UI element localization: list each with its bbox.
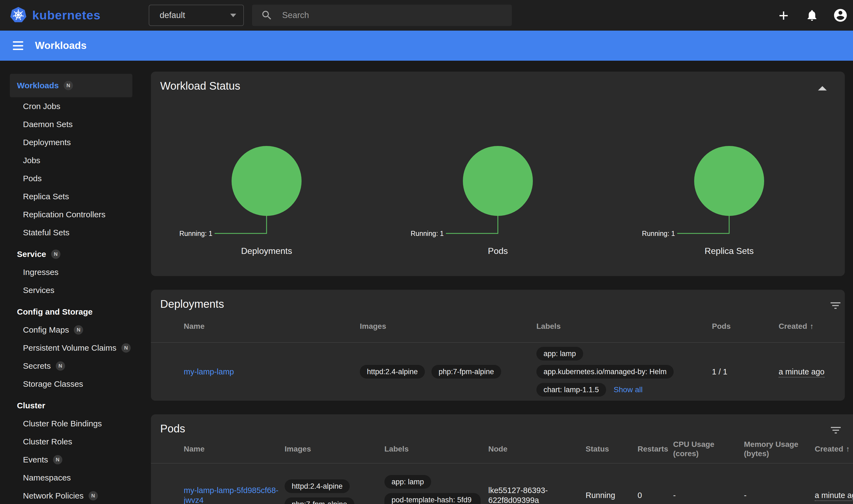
collapse-card-button[interactable] xyxy=(816,84,829,92)
filter-button[interactable] xyxy=(829,299,842,312)
workload-status-title: Workload Status xyxy=(151,72,845,92)
column-header-name[interactable]: Name xyxy=(184,322,360,331)
plus-icon: + xyxy=(779,7,788,24)
label-chip: app.kubernetes.io/managed-by: Helm xyxy=(536,365,674,379)
new-badge: N xyxy=(51,250,60,259)
column-header-memory-usage[interactable]: Memory Usage (bytes) xyxy=(744,440,815,458)
pod-status: Running xyxy=(586,491,638,500)
new-badge: N xyxy=(56,361,65,371)
brand-wordmark: kubernetes xyxy=(32,8,101,22)
new-badge: N xyxy=(64,81,73,90)
column-header-labels[interactable]: Labels xyxy=(385,445,488,454)
sidebar-item-persistent-volume-claims[interactable]: Persistent Volume Claims N xyxy=(0,339,142,357)
image-chip: php:7-fpm-alpine xyxy=(285,498,354,504)
app-bar: Workloads xyxy=(0,31,853,61)
sidebar-item-daemon-sets[interactable]: Daemon Sets xyxy=(0,115,142,133)
deployments-title: Deployments xyxy=(151,290,845,310)
sidebar-item-replica-sets[interactable]: Replica Sets xyxy=(0,187,142,205)
pods-pie-chart: Running: 1 Pods xyxy=(382,143,614,256)
image-chip: httpd:2.4-alpine xyxy=(285,480,350,493)
show-all-link[interactable]: Show all xyxy=(614,385,643,394)
pod-memory-usage: - xyxy=(744,491,815,500)
sidebar-item-cron-jobs[interactable]: Cron Jobs xyxy=(0,97,142,115)
sidebar-item-storage-classes[interactable]: Storage Classes xyxy=(0,375,142,393)
create-resource-button[interactable]: + xyxy=(775,6,792,24)
label-chip: pod-template-hash: 5fd985cf68 xyxy=(385,493,481,504)
column-header-restarts[interactable]: Restarts xyxy=(638,445,673,454)
new-badge: N xyxy=(121,343,131,353)
filter-button[interactable] xyxy=(829,424,842,437)
workload-status-card: Workload Status Running: 1 Deployments xyxy=(151,72,845,276)
table-row: my-lamp-lamp-5fd985cf68-jwvz4 httpd:2.4-… xyxy=(151,464,853,504)
bell-icon xyxy=(805,9,819,22)
chart-name: Deployments xyxy=(241,246,292,256)
sidebar-section-config-and-storage[interactable]: Config and Storage xyxy=(0,303,142,321)
replica-sets-pie-chart: Running: 1 Replica Sets xyxy=(614,143,845,256)
created-timestamp[interactable]: a minute ago xyxy=(779,367,824,377)
kubernetes-logo-icon xyxy=(9,6,27,24)
pie-callout-label: Running: 1 xyxy=(179,230,212,237)
filter-icon xyxy=(829,424,842,437)
sidebar-section-cluster[interactable]: Cluster xyxy=(0,397,142,415)
pods-count: 1 / 1 xyxy=(712,367,779,376)
main-content: Workload Status Running: 1 Deployments xyxy=(151,61,853,504)
column-header-images[interactable]: Images xyxy=(285,445,385,454)
column-header-labels[interactable]: Labels xyxy=(536,322,712,331)
avatar-icon xyxy=(833,8,848,23)
column-header-images[interactable]: Images xyxy=(360,322,536,331)
node-name: lke55127-86393-622f8d09399a xyxy=(488,486,548,504)
label-chip: app: lamp xyxy=(536,347,583,360)
search-icon xyxy=(261,9,273,21)
top-bar: kubernetes default + xyxy=(0,0,853,31)
column-header-status[interactable]: Status xyxy=(586,445,638,454)
sidebar-item-cluster-roles[interactable]: Cluster Roles xyxy=(0,433,142,451)
label-chip: chart: lamp-1.1.5 xyxy=(536,383,606,397)
pod-name-link[interactable]: my-lamp-lamp-5fd985cf68-jwvz4 xyxy=(184,486,279,504)
sidebar-item-namespaces[interactable]: Namespaces xyxy=(0,469,142,487)
new-badge: N xyxy=(89,491,98,501)
pod-cpu-usage: - xyxy=(673,491,744,500)
column-header-created[interactable]: Created ↑ xyxy=(815,445,853,454)
search-box xyxy=(252,5,512,26)
column-header-cpu-usage[interactable]: CPU Usage (cores) xyxy=(673,440,744,458)
column-header-created[interactable]: Created ↑ xyxy=(779,322,845,331)
chevron-down-icon xyxy=(230,14,236,17)
sidebar-item-config-maps[interactable]: Config Maps N xyxy=(0,321,142,339)
sidebar-item-jobs[interactable]: Jobs xyxy=(0,151,142,169)
sort-ascending-icon: ↑ xyxy=(810,322,814,331)
menu-icon[interactable] xyxy=(12,40,24,51)
image-chip: httpd:2.4-alpine xyxy=(360,365,425,379)
sidebar-nav: Workloads N Cron Jobs Daemon Sets Deploy… xyxy=(0,61,142,504)
created-timestamp[interactable]: a minute ago xyxy=(815,491,853,501)
pod-restarts: 0 xyxy=(638,491,673,500)
sidebar-item-network-policies[interactable]: Network Policies N xyxy=(0,487,142,504)
chart-name: Pods xyxy=(488,246,508,256)
sidebar-item-deployments[interactable]: Deployments xyxy=(0,133,142,151)
sidebar-item-ingresses[interactable]: Ingresses xyxy=(0,263,142,281)
sidebar-item-pods[interactable]: Pods xyxy=(0,169,142,187)
column-header-pods[interactable]: Pods xyxy=(712,322,779,331)
sidebar-item-services[interactable]: Services xyxy=(0,281,142,299)
deployment-name-link[interactable]: my-lamp-lamp xyxy=(184,367,242,376)
pie-callout-label: Running: 1 xyxy=(642,230,675,237)
image-chip: php:7-fpm-alpine xyxy=(431,365,501,379)
sidebar-item-stateful-sets[interactable]: Stateful Sets xyxy=(0,223,142,241)
filter-icon xyxy=(829,299,842,312)
sidebar-item-service[interactable]: Service N xyxy=(0,245,142,263)
deployments-pie-chart: Running: 1 Deployments xyxy=(151,143,382,256)
kubernetes-brand[interactable]: kubernetes xyxy=(0,6,149,24)
sidebar-item-workloads[interactable]: Workloads N xyxy=(10,74,132,97)
sidebar-item-secrets[interactable]: Secrets N xyxy=(0,357,142,375)
sidebar-item-cluster-role-bindings[interactable]: Cluster Role Bindings xyxy=(0,415,142,433)
pods-title: Pods xyxy=(151,414,853,435)
user-menu-button[interactable] xyxy=(832,6,849,24)
namespace-selector[interactable]: default xyxy=(149,5,244,26)
column-header-node[interactable]: Node xyxy=(488,445,586,454)
new-badge: N xyxy=(74,325,83,335)
column-header-name[interactable]: Name xyxy=(184,445,285,454)
sidebar-item-replication-controllers[interactable]: Replication Controllers xyxy=(0,205,142,223)
notifications-button[interactable] xyxy=(803,6,821,24)
namespace-value: default xyxy=(160,11,230,20)
search-input[interactable] xyxy=(282,11,512,20)
sidebar-item-events[interactable]: Events N xyxy=(0,451,142,469)
